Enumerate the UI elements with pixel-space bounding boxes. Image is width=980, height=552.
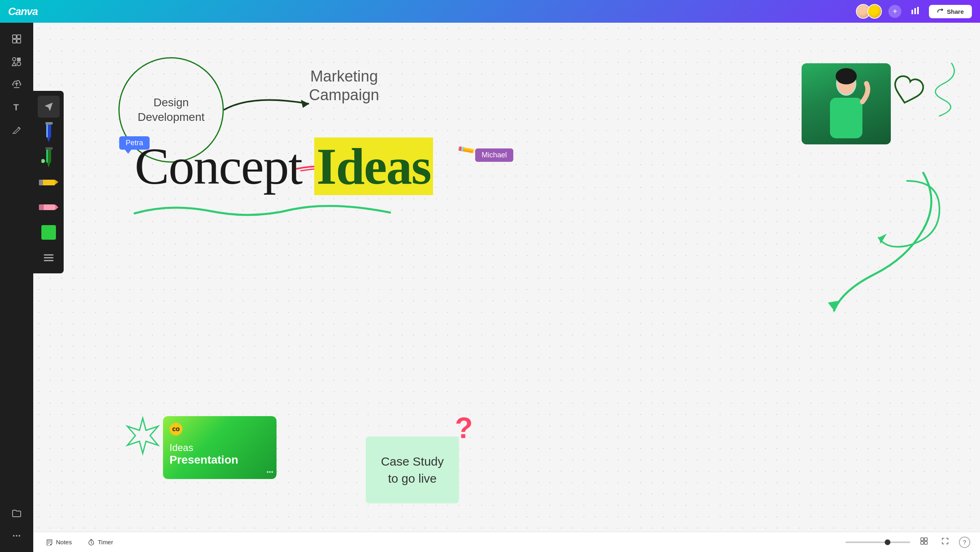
help-button[interactable]: ?	[959, 537, 970, 548]
svg-rect-26	[39, 180, 43, 185]
question-mark-doodle: ?	[455, 413, 473, 442]
share-button[interactable]: Share	[929, 5, 972, 18]
sidebar-item-text[interactable]: T	[7, 97, 26, 117]
svg-marker-21	[47, 163, 50, 168]
photo-card	[802, 63, 891, 144]
svg-text:T: T	[13, 102, 19, 112]
avatar-2	[867, 4, 882, 19]
svg-point-23	[41, 159, 45, 163]
svg-rect-40	[924, 538, 927, 541]
topbar-actions: + Share	[856, 3, 972, 20]
sidebar: T	[0, 23, 33, 552]
canva-logo[interactable]: Canva	[8, 5, 38, 18]
sidebar-item-more[interactable]	[7, 526, 26, 546]
loop-arrow-doodle	[866, 177, 948, 258]
svg-rect-41	[921, 541, 924, 544]
sidebar-item-elements[interactable]	[7, 52, 26, 71]
co-logo: co	[169, 423, 182, 436]
svg-marker-36	[828, 301, 840, 311]
svg-marker-9	[12, 62, 16, 66]
pink-eraser-tool[interactable]	[38, 196, 60, 218]
svg-point-8	[13, 58, 16, 61]
svg-marker-25	[55, 180, 58, 185]
send-tool[interactable]	[38, 96, 60, 118]
star-doodle	[122, 416, 163, 457]
topbar: Canva + Share	[0, 0, 980, 23]
concept-underline-swash	[131, 197, 398, 221]
marketing-campaign-block: MarketingCampaign	[309, 67, 379, 104]
canvas-area[interactable]: Design Development MarketingCampaign	[33, 23, 980, 532]
svg-rect-0	[911, 10, 913, 14]
concept-word: Concept	[135, 137, 314, 195]
bottombar-right: ?	[845, 535, 970, 549]
svg-marker-30	[301, 100, 309, 108]
svg-point-12	[13, 535, 15, 537]
svg-rect-5	[13, 39, 16, 43]
svg-rect-10	[17, 62, 21, 66]
svg-rect-16	[46, 124, 48, 137]
ideas-card-menu[interactable]: •••	[266, 468, 273, 476]
zoom-thumb[interactable]	[885, 539, 890, 545]
bottombar-left: Notes Timer	[43, 537, 116, 547]
zoom-slider[interactable]	[845, 541, 910, 543]
svg-point-34	[836, 68, 857, 84]
ideas-card-subtitle-text: Presentation	[169, 453, 270, 466]
sidebar-item-upload[interactable]	[7, 75, 26, 94]
svg-marker-29	[55, 204, 58, 210]
fullscreen-button[interactable]	[938, 535, 952, 549]
case-study-card[interactable]: Case Studyto go live	[366, 436, 459, 503]
svg-rect-6	[17, 39, 21, 43]
petra-label-arrow	[125, 150, 131, 154]
design-development-text: Design Development	[120, 95, 223, 125]
stats-button[interactable]	[908, 3, 922, 20]
sidebar-item-draw[interactable]	[7, 120, 26, 140]
michael-collaborator-label: Michael	[475, 148, 513, 162]
yellow-highlighter-tool[interactable]	[38, 171, 60, 193]
svg-rect-2	[917, 7, 919, 14]
concept-ideas-text: Concept Ideas	[135, 140, 433, 192]
svg-rect-39	[921, 538, 924, 541]
ideas-word: Ideas	[314, 137, 433, 195]
ideas-card-title-text: Ideas	[169, 442, 270, 453]
svg-rect-22	[45, 147, 53, 150]
svg-rect-3	[13, 35, 16, 39]
svg-rect-4	[17, 35, 21, 39]
svg-point-35	[864, 81, 869, 86]
notes-button[interactable]: Notes	[43, 537, 75, 547]
svg-rect-32	[830, 98, 862, 138]
add-collaborator-button[interactable]: +	[888, 5, 901, 18]
person-photo	[802, 63, 891, 144]
squiggle-doodle	[879, 59, 960, 120]
marketing-campaign-text: MarketingCampaign	[309, 67, 379, 104]
svg-point-13	[16, 535, 17, 537]
drawing-tools-panel	[33, 91, 64, 273]
green-marker-tool[interactable]	[38, 146, 60, 168]
ideas-presentation-card[interactable]: co Ideas Presentation •••	[163, 416, 277, 479]
color-swatch-green[interactable]	[38, 221, 60, 243]
svg-rect-1	[914, 8, 916, 14]
svg-marker-17	[47, 137, 50, 142]
grid-view-button[interactable]	[917, 535, 931, 549]
sidebar-item-folder[interactable]	[7, 503, 26, 523]
svg-rect-42	[924, 541, 927, 544]
svg-rect-7	[17, 58, 21, 61]
svg-point-14	[19, 535, 20, 537]
green-color-indicator	[41, 225, 56, 240]
blue-pen-tool[interactable]	[38, 121, 60, 143]
svg-rect-28	[39, 204, 44, 210]
tools-menu-button[interactable]	[38, 247, 60, 268]
bottombar: Notes Timer ?	[33, 532, 980, 552]
svg-rect-20	[46, 149, 48, 163]
timer-button[interactable]: Timer	[85, 537, 116, 547]
avatar-group	[856, 4, 882, 19]
case-study-text: Case Studyto go live	[381, 453, 444, 487]
svg-rect-18	[45, 122, 53, 125]
sidebar-item-grid[interactable]	[7, 29, 26, 49]
